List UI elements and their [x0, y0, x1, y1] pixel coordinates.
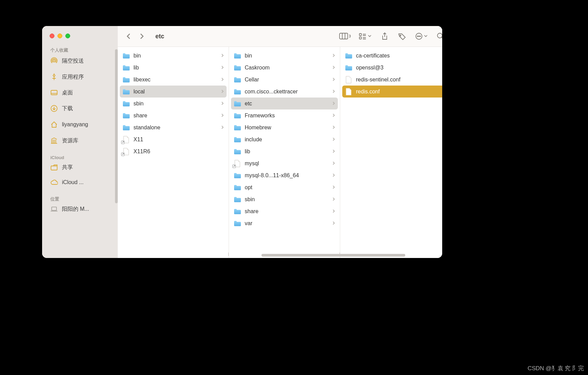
- sidebar-item-downloads[interactable]: 下载: [42, 103, 118, 114]
- file-row[interactable]: ↗X11: [120, 133, 227, 145]
- minimize-button[interactable]: [57, 34, 62, 38]
- file-name: ca-certificates: [356, 53, 440, 59]
- sidebar-item-label: 阳阳的 M...: [62, 206, 89, 212]
- file-row[interactable]: standalone: [120, 121, 227, 133]
- svg-rect-13: [52, 207, 56, 210]
- sidebar-item-desktop[interactable]: 桌面: [42, 88, 118, 98]
- file-row[interactable]: etc: [231, 98, 338, 109]
- file-row[interactable]: share: [120, 109, 227, 121]
- share-button[interactable]: [380, 31, 389, 42]
- alias-icon: ↗: [122, 136, 130, 143]
- file-row[interactable]: lib: [231, 145, 338, 157]
- file-row[interactable]: opt: [231, 181, 338, 193]
- file-name: standalone: [133, 125, 218, 131]
- more-actions-button[interactable]: [415, 31, 427, 42]
- file-name: lib: [133, 65, 218, 71]
- search-button[interactable]: [436, 31, 442, 42]
- column-1[interactable]: binCaskroomCellarcom.cisco...ckettracere…: [229, 47, 340, 258]
- file-row[interactable]: sbin: [231, 193, 338, 205]
- file-row[interactable]: redis-sentinel.conf: [342, 74, 442, 86]
- file-row[interactable]: ↗X11R6: [120, 145, 227, 157]
- tags-button[interactable]: [397, 31, 407, 42]
- svg-rect-15: [340, 33, 348, 39]
- file-row[interactable]: openssl@3: [342, 62, 442, 74]
- sidebar-item-library[interactable]: 资源库: [42, 135, 118, 146]
- file-name: sbin: [133, 101, 218, 107]
- toolbar: etc: [118, 26, 442, 47]
- laptop-icon: [50, 206, 58, 212]
- file-name: share: [245, 208, 329, 215]
- file-row[interactable]: ca-certificates: [342, 50, 442, 62]
- sidebar-section-header: 个人收藏: [42, 47, 118, 55]
- file-row[interactable]: Cellar: [231, 74, 338, 86]
- sidebar-item-label: 隔空投送: [62, 58, 84, 64]
- sidebar-item-label: iCloud ...: [62, 180, 84, 185]
- svg-point-25: [400, 35, 401, 36]
- file-name: X11R6: [133, 148, 224, 155]
- sidebar-item-laptop[interactable]: 阳阳的 M...: [42, 204, 118, 214]
- horizontal-scrollbar[interactable]: [261, 254, 405, 257]
- sidebar-section-header: 位置: [42, 196, 118, 204]
- file-row[interactable]: local: [120, 86, 227, 98]
- back-button[interactable]: [124, 31, 133, 42]
- chevron-right-icon: [221, 65, 224, 70]
- file-row[interactable]: bin: [120, 50, 227, 62]
- chevron-right-icon: [332, 185, 335, 190]
- file-row[interactable]: Frameworks: [231, 109, 338, 121]
- svg-point-30: [437, 33, 442, 38]
- sidebar-item-home[interactable]: liyangyang: [42, 119, 118, 130]
- svg-point-28: [419, 36, 419, 37]
- file-row[interactable]: mysql-8.0...11-x86_64: [231, 169, 338, 181]
- file-row[interactable]: Homebrew: [231, 121, 338, 133]
- library-icon: [50, 137, 58, 144]
- folder-icon: [122, 53, 130, 59]
- folder-icon: [233, 220, 241, 227]
- home-icon: [50, 121, 58, 128]
- alias-icon: ↗: [233, 160, 241, 167]
- file-row[interactable]: libexec: [120, 74, 227, 86]
- sidebar-scrollbar[interactable]: [115, 49, 118, 203]
- sidebar-item-apps[interactable]: 应用程序: [42, 72, 118, 82]
- sidebar-item-icloud[interactable]: iCloud ...: [42, 178, 118, 187]
- file-row[interactable]: com.cisco...ckettracer: [231, 86, 338, 98]
- window-title: etc: [155, 33, 164, 40]
- file-row[interactable]: Caskroom: [231, 62, 338, 74]
- file-row[interactable]: ↗mysql: [231, 157, 338, 169]
- file-row[interactable]: bin: [231, 50, 338, 62]
- file-row[interactable]: include: [231, 133, 338, 145]
- file-name: Homebrew: [245, 125, 329, 131]
- sidebar-item-airdrop[interactable]: 隔空投送: [42, 55, 118, 66]
- file-name: redis.conf: [356, 89, 442, 95]
- folder-icon: [233, 53, 241, 59]
- chevron-right-icon: [332, 209, 335, 214]
- sidebar-item-shared[interactable]: 共享: [42, 162, 118, 172]
- file-row[interactable]: lib: [120, 62, 227, 74]
- column-0[interactable]: binliblibexeclocalsbinsharestandalone↗X1…: [118, 47, 229, 258]
- file-name: X11: [133, 137, 224, 143]
- view-columns-button[interactable]: [339, 31, 351, 42]
- group-by-button[interactable]: [359, 31, 371, 42]
- file-row[interactable]: sbin: [120, 98, 227, 109]
- svg-point-27: [417, 36, 418, 37]
- maximize-button[interactable]: [65, 34, 70, 38]
- chevron-right-icon: [332, 173, 335, 178]
- forward-button[interactable]: [137, 31, 146, 42]
- sidebar-item-label: 应用程序: [62, 74, 84, 80]
- folder-icon: [122, 65, 130, 71]
- svg-line-31: [442, 37, 442, 39]
- finder-window: 个人收藏隔空投送应用程序桌面下载liyangyang资源库iCloud共享iCl…: [42, 26, 442, 258]
- chevron-right-icon: [221, 113, 224, 118]
- file-row[interactable]: redis.conf: [342, 86, 442, 98]
- chevron-right-icon: [221, 53, 224, 59]
- chevron-right-icon: [332, 65, 335, 70]
- sidebar-section-header: iCloud: [42, 155, 118, 162]
- close-button[interactable]: [50, 34, 54, 38]
- file-row[interactable]: var: [231, 217, 338, 229]
- sidebar-item-label: 下载: [62, 106, 73, 111]
- folder-icon: [233, 208, 241, 215]
- column-2[interactable]: ca-certificatesopenssl@3redis-sentinel.c…: [340, 47, 442, 258]
- chevron-right-icon: [332, 137, 335, 142]
- file-row[interactable]: share: [231, 205, 338, 217]
- folder-icon: [233, 65, 241, 71]
- folder-icon: [233, 172, 241, 179]
